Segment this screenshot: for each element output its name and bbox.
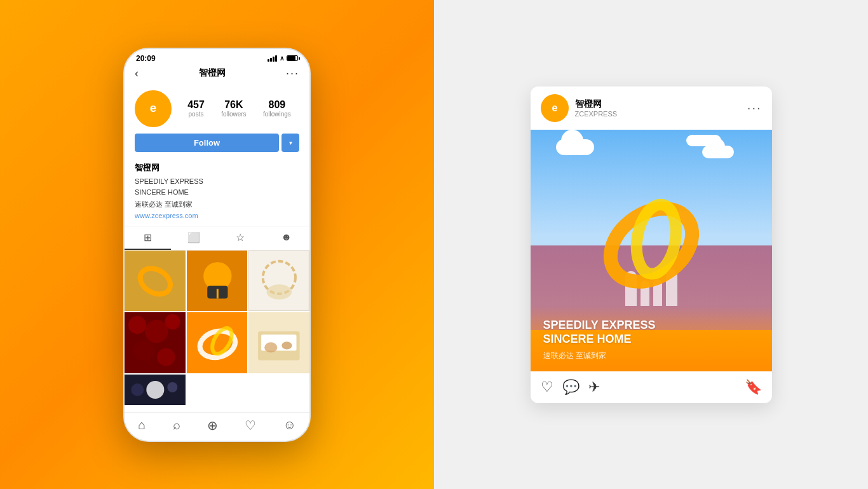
tab-grid[interactable]: ⊞ bbox=[125, 226, 171, 250]
bio-section: 智橙网 SPEEDILY EXPRESS SINCERE HOME 速联必达 至… bbox=[125, 157, 309, 222]
left-panel: 20:09 ∧ ‹ 智橙网 ··· bbox=[0, 0, 434, 489]
avatar-logo-icon: e bbox=[141, 97, 165, 121]
tag-icon: ☆ bbox=[236, 231, 245, 244]
signal-icon bbox=[268, 55, 277, 62]
back-button[interactable]: ‹ bbox=[135, 67, 139, 80]
instagram-card: e 智橙网 ZCEXPRESS ··· bbox=[531, 86, 772, 403]
bookmark-button[interactable]: 🔖 bbox=[745, 379, 762, 396]
like-button[interactable]: ♡ bbox=[541, 379, 553, 396]
card-actions: ♡ 💬 ✈ bbox=[541, 379, 745, 396]
right-panel: e 智橙网 ZCEXPRESS ··· bbox=[434, 0, 868, 489]
profile-tabs: ⊞ ⬜ ☆ ☻ bbox=[125, 226, 309, 251]
svg-point-15 bbox=[133, 341, 154, 361]
tab-person[interactable]: ☻ bbox=[263, 226, 309, 250]
follow-button-row: Follow ▾ bbox=[135, 134, 299, 152]
cloud-3 bbox=[686, 135, 721, 146]
time-display: 20:09 bbox=[136, 54, 156, 63]
svg-point-26 bbox=[131, 383, 144, 396]
post-tagline-chinese: 速联必达 至诚到家 bbox=[543, 350, 759, 361]
followers-label: followers bbox=[221, 111, 246, 118]
post-image: SPEEDILY EXPRESS SINCERE HOME 速联必达 至诚到家 bbox=[531, 130, 772, 371]
cloud-1 bbox=[556, 139, 594, 155]
svg-point-13 bbox=[145, 320, 168, 343]
card-avatar-logo-icon: e bbox=[545, 98, 565, 118]
posts-stat: 457 posts bbox=[187, 99, 205, 118]
svg-point-16 bbox=[157, 348, 175, 366]
phone-nav: ‹ 智橙网 ··· bbox=[125, 65, 309, 85]
nav-profile[interactable]: ☺ bbox=[283, 418, 295, 433]
more-button[interactable]: ··· bbox=[286, 67, 299, 80]
card-user-info: 智橙网 ZCEXPRESS bbox=[575, 99, 741, 118]
follow-button[interactable]: Follow bbox=[135, 134, 279, 152]
video-icon: ⬜ bbox=[187, 231, 200, 244]
svg-rect-17 bbox=[187, 312, 248, 373]
profile-header: e 457 posts 76K followers 809 follo bbox=[135, 90, 299, 127]
status-icons: ∧ bbox=[268, 55, 298, 62]
post-text-overlay: SPEEDILY EXPRESS SINCERE HOME 速联必达 至诚到家 bbox=[531, 306, 772, 371]
phone-mockup: 20:09 ∧ ‹ 智橙网 ··· bbox=[123, 48, 311, 442]
home-icon: ⌂ bbox=[138, 418, 146, 432]
status-bar: 20:09 ∧ bbox=[125, 49, 309, 65]
heart-icon: ♡ bbox=[245, 418, 256, 433]
bio-tagline: SPEEDILY EXPRESS SINCERE HOME bbox=[135, 176, 299, 198]
grid-item-6[interactable] bbox=[248, 312, 309, 373]
card-footer: ♡ 💬 ✈ 🔖 bbox=[531, 371, 772, 403]
person-icon: ☻ bbox=[281, 231, 292, 243]
following-stat: 809 followings bbox=[263, 99, 291, 118]
profile-icon: ☺ bbox=[283, 418, 295, 432]
svg-text:e: e bbox=[552, 102, 557, 113]
posts-label: posts bbox=[187, 111, 205, 118]
share-button[interactable]: ✈ bbox=[588, 379, 600, 396]
followers-count: 76K bbox=[221, 99, 246, 111]
bio-url[interactable]: www.zcexpress.com bbox=[135, 212, 299, 219]
grid-item-2[interactable] bbox=[187, 251, 248, 312]
search-icon: ⌕ bbox=[173, 418, 180, 432]
grid-item-3[interactable] bbox=[248, 251, 309, 312]
svg-point-27 bbox=[146, 381, 164, 399]
svg-point-23 bbox=[265, 343, 278, 353]
photo-grid bbox=[125, 251, 309, 405]
grid-item-7[interactable] bbox=[125, 375, 186, 405]
nav-heart[interactable]: ♡ bbox=[245, 418, 256, 433]
card-avatar: e bbox=[541, 94, 569, 122]
grid-icon: ⊞ bbox=[144, 231, 152, 244]
battery-icon bbox=[287, 55, 298, 61]
bio-chinese: 速联必达 至诚到家 bbox=[135, 200, 299, 209]
card-more-button[interactable]: ··· bbox=[747, 100, 762, 115]
add-icon: ⊕ bbox=[207, 418, 218, 433]
grid-item-1[interactable] bbox=[125, 251, 186, 312]
comment-button[interactable]: 💬 bbox=[562, 379, 580, 396]
grid-item-5[interactable] bbox=[187, 312, 248, 373]
followers-stat: 76K followers bbox=[221, 99, 246, 118]
svg-point-14 bbox=[165, 314, 180, 329]
card-header: e 智橙网 ZCEXPRESS ··· bbox=[531, 86, 772, 130]
card-handle: ZCEXPRESS bbox=[575, 110, 741, 118]
avatar: e bbox=[135, 90, 172, 127]
post-tagline-english: SPEEDILY EXPRESS SINCERE HOME bbox=[543, 319, 759, 346]
following-label: followings bbox=[263, 111, 291, 118]
post-background: SPEEDILY EXPRESS SINCERE HOME 速联必达 至诚到家 bbox=[531, 130, 772, 371]
card-username: 智橙网 bbox=[575, 99, 741, 110]
profile-section: e 457 posts 76K followers 809 follo bbox=[125, 85, 309, 157]
svg-point-24 bbox=[282, 342, 292, 350]
tab-tag[interactable]: ☆ bbox=[217, 226, 264, 250]
following-count: 809 bbox=[263, 99, 291, 111]
bio-name: 智橙网 bbox=[135, 162, 299, 174]
nav-title: 智橙网 bbox=[199, 67, 226, 79]
tab-video[interactable]: ⬜ bbox=[171, 226, 217, 250]
svg-point-10 bbox=[267, 284, 292, 300]
posts-count: 457 bbox=[187, 99, 205, 111]
svg-point-28 bbox=[167, 382, 177, 392]
svg-rect-2 bbox=[125, 251, 186, 312]
nav-home[interactable]: ⌂ bbox=[138, 418, 146, 433]
bottom-navigation: ⌂ ⌕ ⊕ ♡ ☺ bbox=[125, 412, 309, 441]
follow-dropdown-button[interactable]: ▾ bbox=[281, 134, 299, 152]
nav-search[interactable]: ⌕ bbox=[173, 418, 180, 433]
nav-add[interactable]: ⊕ bbox=[207, 418, 218, 433]
grid-item-4[interactable] bbox=[125, 312, 186, 373]
svg-text:e: e bbox=[150, 101, 157, 114]
wifi-icon: ∧ bbox=[280, 55, 284, 62]
svg-point-12 bbox=[128, 316, 146, 334]
cloud-2 bbox=[702, 146, 734, 158]
stats-row: 457 posts 76K followers 809 followings bbox=[179, 99, 299, 118]
